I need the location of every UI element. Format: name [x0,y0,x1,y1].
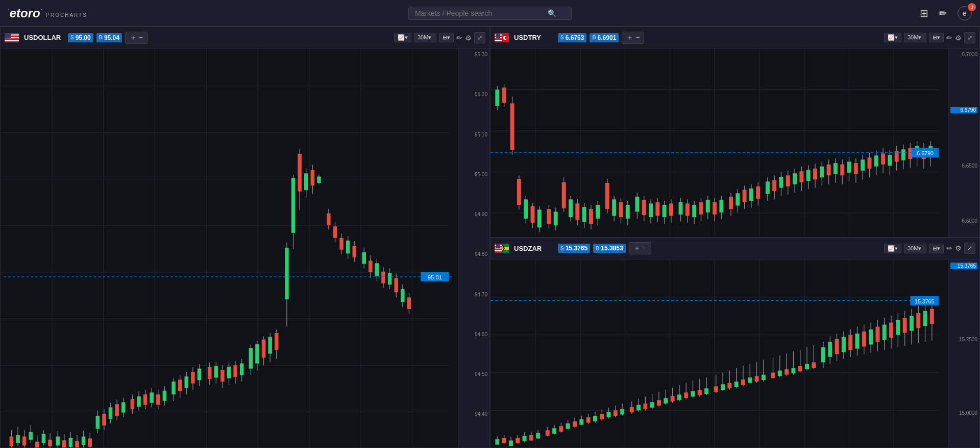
add-button-usdzar[interactable]: ＋ − [629,242,651,254]
etoro-logo: 'etoro` [8,6,42,20]
svg-rect-91 [233,365,237,377]
svg-rect-103 [275,333,279,350]
svg-rect-93 [240,363,244,375]
svg-rect-348 [593,416,597,421]
buy-badge-usdollar[interactable]: B 95.04 [96,33,122,42]
chart-header-usdtry: ☽ USDTRY S 6.6763 B 6.6901 ＋ − 📈▾ 30M▾ ⊞… [491,27,979,49]
svg-rect-344 [579,419,583,425]
svg-rect-398 [771,372,775,378]
timeframe-btn-usdzar[interactable]: 30M▾ [904,244,926,253]
indicators-btn-usdzar[interactable]: ⊞▾ [929,244,944,253]
settings-icon-usdtry[interactable]: ⚙ [955,34,962,42]
price-tick: 6.7000 [950,52,977,57]
svg-rect-59 [121,402,126,412]
svg-rect-390 [741,379,745,385]
svg-text:15.3765: 15.3765 [915,298,935,304]
price-tick: 15.2500 [950,337,977,342]
svg-rect-227 [706,200,710,213]
price-tick: 6.6500 [950,163,977,169]
svg-rect-334 [546,430,550,436]
svg-rect-111 [304,173,308,190]
svg-rect-61 [131,399,135,409]
svg-rect-352 [607,411,611,417]
sell-badge-usdollar[interactable]: S 95.00 [68,33,93,42]
svg-rect-223 [692,205,696,217]
sell-label: S [560,246,564,251]
svg-rect-402 [785,369,789,374]
settings-icon-usdzar[interactable]: ⚙ [955,244,962,252]
expand-btn[interactable]: ⤢ [474,32,485,43]
price-tick: 95.30 [460,52,487,57]
svg-rect-324 [509,440,513,446]
svg-rect-51 [96,416,100,429]
chart-body-usdollar: 95.01 95.30 95.20 95.10 95.00 94.90 94.8… [1,49,489,448]
svg-rect-41 [62,440,66,448]
svg-rect-338 [559,426,563,432]
sell-price: 15.3765 [566,245,587,252]
svg-rect-213 [655,202,659,216]
svg-rect-31 [29,432,33,440]
svg-rect-420 [848,335,852,350]
chart-type-btn-usdtry[interactable]: 📈▾ [884,33,901,42]
chart-header-usdollar: USDOLLAR S 95.00 B 95.04 ＋ − 📈▾ 30M▾ ⊞▾ … [1,27,489,49]
svg-rect-169 [495,90,499,106]
svg-rect-444 [930,309,934,324]
sell-badge-usdtry[interactable]: S 6.6763 [558,33,586,42]
svg-rect-35 [42,434,46,443]
svg-rect-237 [743,190,747,202]
draw-icon[interactable]: ✏ [939,7,947,19]
svg-rect-265 [840,164,844,175]
svg-rect-410 [812,362,816,368]
price-tick: 94.60 [460,332,487,337]
buy-badge-usdzar[interactable]: B 15.3853 [593,244,626,253]
svg-rect-322 [502,437,506,443]
svg-rect-376 [691,391,695,396]
svg-rect-384 [721,384,725,390]
svg-rect-148 [495,40,502,41]
price-tick: 95.20 [460,91,487,97]
chart-type-btn-usdzar[interactable]: 📈▾ [884,244,901,253]
price-tick: 15.0000 [950,410,977,416]
add-button-usdtry[interactable]: ＋ − [622,32,644,44]
svg-rect-81 [198,369,202,381]
price-tick: 6.6000 [950,218,977,224]
svg-rect-117 [327,214,331,225]
add-button-usdollar[interactable]: ＋ − [125,32,148,44]
chart-type-btn[interactable]: 📈▾ [394,33,411,42]
indicators-btn[interactable]: ⊞▾ [439,33,454,42]
svg-rect-109 [298,154,302,191]
svg-rect-418 [842,337,846,352]
svg-rect-175 [517,179,521,205]
svg-text:☽: ☽ [506,36,509,40]
buy-badge-usdtry[interactable]: B 6.6901 [590,33,619,42]
svg-rect-356 [620,409,624,414]
svg-rect-299 [496,244,500,248]
indicators-btn-usdtry[interactable]: ⊞▾ [929,33,944,42]
search-input[interactable] [415,9,548,17]
sell-badge-usdzar[interactable]: S 15.3765 [558,244,590,253]
search-box[interactable]: 🔍 [408,7,572,20]
svg-rect-241 [756,186,760,199]
svg-rect-320 [495,439,499,444]
layout-icon[interactable]: ⊞ [920,7,928,19]
svg-rect-87 [220,370,225,382]
svg-rect-330 [529,435,533,440]
settings-icon[interactable]: ⚙ [465,34,472,42]
user-badge[interactable]: e 3 [958,6,972,20]
draw-tool-icon-usdzar[interactable]: ✏ [946,244,952,252]
chart-body-usdtry: 6.6790 6.7000 6.6790 6.6500 6.6000 6.550… [491,49,979,238]
timeframe-btn-usdtry[interactable]: 30M▾ [904,33,926,42]
svg-rect-107 [291,178,296,233]
timeframe-btn[interactable]: 30M▾ [414,33,436,42]
draw-tool-icon[interactable]: ✏ [456,34,462,42]
expand-btn-usdzar[interactable]: ⤢ [964,243,975,254]
svg-rect-267 [847,161,851,172]
svg-rect-99 [262,340,266,358]
svg-rect-113 [311,170,315,185]
svg-rect-277 [881,153,885,164]
price-tick: 95.10 [460,132,487,137]
flag-area-usdtry: ☽ [495,33,509,42]
draw-tool-icon-usdtry[interactable]: ✏ [946,34,952,42]
svg-rect-382 [714,386,718,392]
expand-btn-usdtry[interactable]: ⤢ [964,32,975,43]
